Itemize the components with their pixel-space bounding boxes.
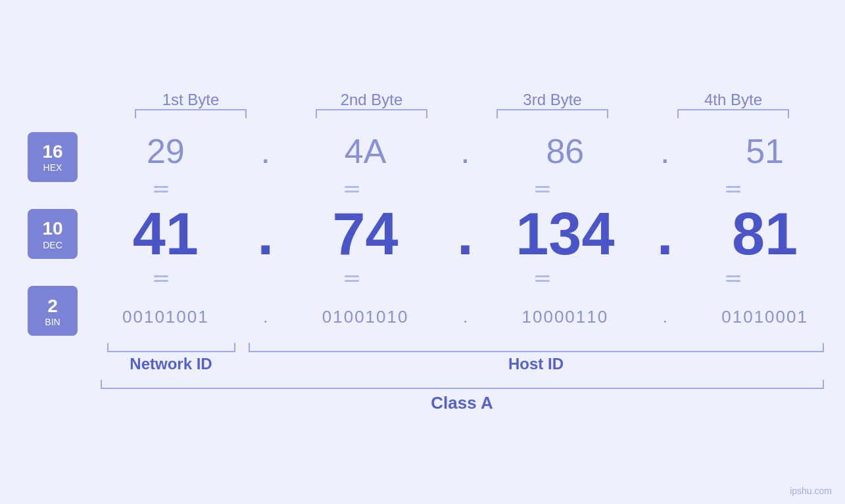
eq2-cell-1 [85, 275, 237, 282]
eq2-line-1b [154, 280, 168, 282]
byte-label-1: 1st Byte [101, 91, 281, 109]
host-id-label: Host ID [249, 355, 824, 373]
hex-val-2: 4A [345, 131, 387, 171]
bracket-top-1 [135, 109, 247, 118]
eq2-line-2b [345, 280, 359, 282]
top-bracket-row [101, 109, 824, 118]
eq-sym-2 [345, 186, 359, 193]
dec-cell-2: 74 [285, 200, 446, 268]
bin-cell-2: 01001010 [285, 307, 446, 327]
class-label-row: Class A [101, 393, 824, 413]
hex-dot-1: . [246, 131, 285, 171]
bracket-top-4 [677, 109, 789, 118]
hex-cell-3: 86 [485, 131, 646, 171]
hex-dot-2: . [446, 131, 485, 171]
bin-row: 00101001 . 01001010 . 10000110 . [85, 290, 845, 343]
eq-sym-1 [154, 186, 168, 193]
eq-cell-1 [85, 186, 237, 193]
eq-line-1a [154, 186, 168, 188]
eq-cell-3 [467, 186, 618, 193]
dec-cell-4: 81 [685, 200, 845, 268]
bin-dot-sym-2: . [463, 307, 468, 327]
dec-dot-sym-2: . [457, 200, 473, 268]
eq2-line-2a [345, 275, 359, 277]
class-a-label: Class A [431, 393, 493, 413]
hex-dot-3: . [645, 131, 685, 171]
bottom-section: Network ID Host ID Class A [0, 343, 845, 413]
bin-val-3: 10000110 [522, 307, 609, 327]
bracket-network [107, 343, 235, 352]
hex-dot-sym-3: . [660, 131, 669, 171]
hex-dot-sym-2: . [460, 131, 470, 171]
eq2-cell-2 [276, 275, 427, 282]
equals-row-1 [85, 177, 809, 201]
eq2-sym-2 [345, 275, 359, 282]
hex-base-name: HEX [43, 162, 62, 173]
dec-val-4: 81 [732, 200, 798, 268]
bin-val-1: 00101001 [122, 307, 209, 327]
bracket-class-a [101, 380, 824, 389]
network-id-label: Network ID [107, 355, 235, 373]
byte-label-4: 4th Byte [643, 91, 824, 109]
bracket-cell-3 [462, 109, 643, 118]
eq-line-1b [154, 191, 168, 193]
byte-labels-row: 1st Byte 2nd Byte 3rd Byte 4th Byte [101, 91, 824, 109]
hex-val-4: 51 [746, 131, 784, 171]
dec-val-2: 74 [333, 200, 398, 268]
eq2-cell-3 [467, 275, 618, 282]
equals-row-2 [85, 267, 809, 290]
hex-cell-2: 4A [285, 131, 446, 171]
bracket-cell-1 [101, 109, 281, 118]
eq2-line-1a [154, 275, 168, 277]
dec-val-1: 41 [133, 200, 199, 268]
hex-badge: 16 HEX [28, 132, 78, 182]
dec-row: 41 . 74 . 134 . 81 [85, 201, 845, 267]
bracket-top-3 [496, 109, 608, 118]
bin-dot-sym-3: . [663, 307, 667, 327]
base-labels-column: 16 HEX 10 DEC 2 BIN [0, 125, 85, 343]
eq2-line-4a [726, 275, 740, 277]
bracket-cell-4 [643, 109, 824, 118]
bin-val-4: 01010001 [721, 307, 808, 327]
content-area: 16 HEX 10 DEC 2 BIN 29 . [0, 125, 845, 343]
eq-sym-3 [535, 186, 550, 193]
eq-line-3a [535, 186, 550, 188]
eq2-line-4b [726, 280, 740, 282]
bottom-brackets-row [101, 343, 824, 352]
dec-base-num: 10 [42, 218, 62, 240]
bin-base-num: 2 [47, 295, 58, 317]
eq-line-4b [726, 191, 740, 193]
hex-row: 29 . 4A . 86 . 51 [85, 125, 845, 177]
hex-base-num: 16 [42, 141, 62, 163]
eq-cell-2 [276, 186, 427, 193]
byte-label-3: 3rd Byte [462, 91, 643, 109]
values-grid: 29 . 4A . 86 . 51 [85, 125, 845, 343]
bin-dot-1: . [246, 307, 285, 327]
bin-cell-1: 00101001 [85, 307, 246, 327]
dec-dot-2: . [446, 200, 485, 268]
bracket-top-2 [316, 109, 427, 118]
hex-val-1: 29 [147, 131, 185, 171]
dec-badge: 10 DEC [28, 209, 78, 259]
dec-cell-3: 134 [485, 200, 646, 268]
eq2-sym-4 [726, 275, 740, 282]
id-labels-row: Network ID Host ID [101, 355, 824, 373]
eq2-sym-1 [154, 275, 168, 282]
hex-dot-sym-1: . [261, 131, 270, 171]
bin-cell-4: 01010001 [685, 307, 845, 327]
eq2-sym-3 [535, 275, 550, 282]
eq-line-4a [726, 186, 740, 188]
main-container: 1st Byte 2nd Byte 3rd Byte 4th Byte 16 H… [0, 0, 845, 504]
class-bracket-row [101, 380, 824, 389]
eq2-cell-4 [658, 275, 809, 282]
bin-dot-3: . [645, 307, 685, 327]
dec-val-3: 134 [516, 200, 614, 268]
dec-dot-sym-3: . [657, 200, 673, 268]
eq-line-2a [345, 186, 359, 188]
eq-line-2b [345, 191, 359, 193]
bin-base-name: BIN [45, 317, 60, 327]
dec-base-name: DEC [43, 240, 62, 250]
bin-val-2: 01001010 [322, 307, 409, 327]
eq-cell-4 [658, 186, 809, 193]
dec-dot-sym-1: . [257, 200, 274, 268]
